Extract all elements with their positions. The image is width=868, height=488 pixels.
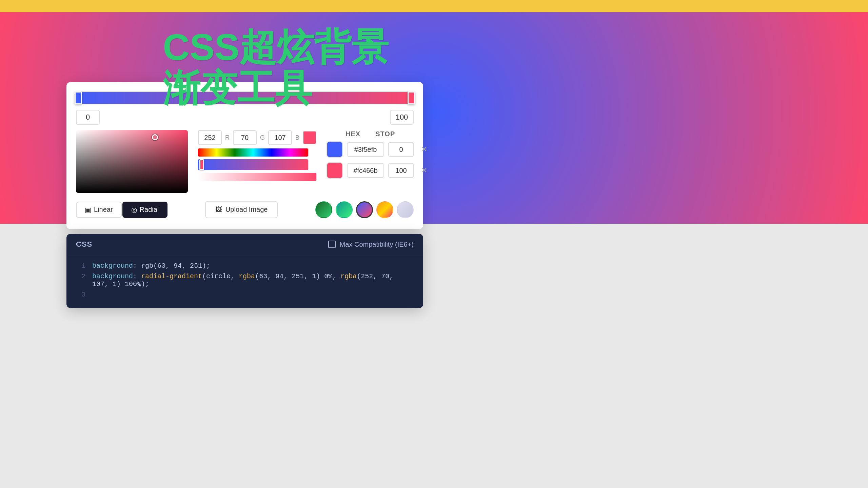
hex-stop-header: HEX STOP	[327, 130, 442, 138]
color-input-area: R G B	[195, 130, 320, 181]
linear-icon: ▣	[85, 206, 91, 214]
tool-panel: 0 100 R G B	[66, 82, 423, 229]
radial-btn[interactable]: ◎ Radial	[122, 202, 168, 218]
color-stop-bar	[198, 159, 308, 170]
slider-max-label[interactable]: 100	[390, 110, 414, 125]
b-input[interactable]	[268, 130, 292, 145]
code-line-1: 1 background: rgb(63, 94, 251);	[76, 262, 414, 270]
code-line-2: 2 background: radial-gradient(circle, rg…	[76, 272, 414, 288]
preset-swatch-teal[interactable]	[336, 201, 353, 218]
code-content-1: background: rgb(63, 94, 251);	[92, 262, 210, 270]
max-compat-checkbox[interactable]	[328, 241, 336, 248]
stop-input-1[interactable]	[388, 142, 414, 157]
preset-swatch-light[interactable]	[397, 201, 414, 218]
slider-thumb-right[interactable]	[408, 92, 415, 104]
g-input[interactable]	[233, 130, 257, 145]
gradient-slider-track[interactable]	[76, 92, 414, 104]
upload-btn[interactable]: 🖼 Upload Image	[205, 201, 278, 218]
slider-min-label[interactable]: 0	[76, 110, 100, 125]
current-color-preview	[303, 131, 316, 144]
max-compat-label: Max Compatibility (IE6+)	[340, 241, 414, 248]
hex-input-1[interactable]	[347, 142, 384, 157]
radial-icon: ◎	[131, 206, 137, 214]
color-swatch-2[interactable]	[327, 162, 343, 179]
opacity-bar-row	[198, 173, 316, 181]
r-input[interactable]	[198, 130, 222, 145]
saturation-picker[interactable]	[76, 130, 188, 193]
gradient-type-buttons: ▣ Linear ◎ Radial	[76, 202, 167, 218]
line-num-1: 1	[76, 262, 85, 270]
hue-strip[interactable]	[198, 148, 308, 157]
gradient-slider-container	[76, 92, 414, 104]
css-panel-header: CSS Max Compatibility (IE6+)	[66, 234, 423, 255]
b-label: B	[295, 134, 299, 141]
saturation-picker-cursor	[152, 134, 158, 140]
css-tab-label[interactable]: CSS	[76, 240, 92, 249]
hex-input-2[interactable]	[347, 163, 384, 178]
g-label: G	[260, 134, 265, 141]
color-stop-bar-container[interactable]	[198, 159, 308, 170]
upload-icon: 🖼	[215, 206, 222, 214]
bottom-controls: ▣ Linear ◎ Radial 🖼 Upload Image	[76, 201, 414, 218]
hex-stop-section: HEX STOP ✕ ✕	[327, 130, 442, 183]
preset-swatch-orange-red[interactable]	[376, 201, 393, 218]
preset-swatch-dark-green[interactable]	[315, 201, 332, 218]
color-entry-row-2: ✕	[327, 162, 442, 179]
color-entry-row-1: ✕	[327, 141, 442, 158]
radial-label: Radial	[140, 206, 159, 214]
preset-swatch-pink-purple[interactable]	[356, 201, 373, 218]
linear-label: Linear	[94, 206, 113, 214]
remove-btn-2[interactable]: ✕	[418, 164, 430, 177]
color-swatch-1[interactable]	[327, 141, 343, 158]
line-num-3: 3	[76, 291, 85, 299]
top-bar	[0, 0, 868, 12]
opacity-bar[interactable]	[198, 173, 316, 181]
max-compat-toggle[interactable]: Max Compatibility (IE6+)	[328, 241, 414, 248]
linear-btn[interactable]: ▣ Linear	[76, 202, 122, 218]
slider-labels: 0 100	[76, 110, 414, 125]
line-num-2: 2	[76, 272, 85, 288]
gradient-stop-thumb[interactable]	[199, 159, 204, 170]
code-content-2: background: radial-gradient(circle, rgba…	[92, 272, 414, 288]
css-code-block: 1 background: rgb(63, 94, 251); 2 backgr…	[66, 255, 423, 308]
stop-input-2[interactable]	[388, 163, 414, 178]
hex-header-label: HEX	[346, 130, 360, 138]
stop-header-label: STOP	[375, 130, 395, 138]
r-label: R	[225, 134, 230, 141]
css-panel: CSS Max Compatibility (IE6+) 1 backgroun…	[66, 234, 423, 308]
remove-btn-1[interactable]: ✕	[418, 143, 430, 156]
preset-swatches	[315, 201, 414, 218]
upload-label: Upload Image	[225, 206, 268, 214]
code-line-3: 3	[76, 291, 414, 299]
slider-thumb-left[interactable]	[75, 92, 82, 104]
color-picker-row: R G B HEX STOP	[76, 130, 414, 193]
